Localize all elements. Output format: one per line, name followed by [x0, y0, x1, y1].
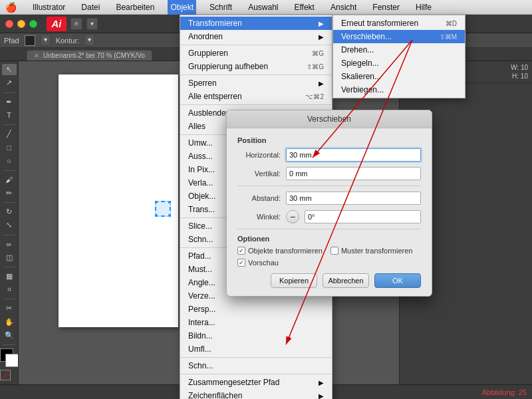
toolbar-menu-icon[interactable]: ≡ [70, 18, 82, 30]
maximize-button[interactable] [29, 20, 37, 28]
menu-item-schn2[interactable]: Schn... [180, 359, 332, 372]
shortcut-label: ⌥⌘2 [305, 93, 324, 100]
menu-item-umfl[interactable]: Umfl... [180, 342, 332, 356]
vertikal-input[interactable] [286, 167, 421, 180]
muster-checkbox[interactable] [331, 247, 338, 255]
tsub-erneut[interactable]: Erneut transformieren ⌘D [333, 17, 465, 30]
menu-auswahl[interactable]: Auswahl [245, 0, 281, 15]
abstand-input[interactable] [286, 192, 421, 205]
tab-close-icon[interactable]: ✕ [34, 53, 39, 59]
graph-tool[interactable]: ▦ [2, 271, 17, 282]
objekte-checkbox-item[interactable]: ✓ Objekte transformieren [237, 247, 323, 255]
tsub-shortcut: ⇧⌘M [440, 33, 457, 41]
menu-item-bildn[interactable]: Bildn... [180, 329, 332, 342]
mesh-tool[interactable]: ⌗ [2, 284, 17, 295]
tsub-verschieben[interactable]: Verschieben... ⇧⌘M [333, 30, 465, 43]
vorschau-checkbox[interactable]: ✓ [237, 259, 245, 267]
type-tool[interactable]: T [2, 110, 17, 121]
winkel-row: Winkel: − [237, 210, 421, 223]
kontur-dropdown[interactable]: ▾ [84, 35, 94, 46]
tsub-drehen[interactable]: Drehen... [333, 43, 465, 57]
pen-tool[interactable]: ✒ [2, 96, 17, 107]
tool-separator-8 [3, 344, 15, 345]
select-tool[interactable]: ↖ [2, 64, 17, 75]
menu-bearbeiten[interactable]: Bearbeiten [113, 0, 157, 15]
shortcut-label: ⌘G [312, 50, 324, 57]
winkel-input[interactable] [305, 210, 421, 223]
menu-item-label: Alles [188, 122, 205, 131]
tool-separator-5 [3, 235, 15, 235]
tsub-verbiegen[interactable]: Verbiegen... [333, 83, 465, 96]
direct-select-tool[interactable]: ↗ [2, 77, 17, 88]
handle-br[interactable] [168, 213, 172, 217]
hand-tool[interactable]: ✋ [2, 316, 17, 327]
menu-item-label: Pfad... [188, 251, 211, 261]
menu-item-transformieren[interactable]: Transformieren ▶ [180, 17, 332, 30]
pencil-tool[interactable]: ✏ [2, 188, 17, 199]
menu-item-anordnen[interactable]: Anordnen ▶ [180, 30, 332, 43]
submenu-arrow-icon: ▶ [319, 80, 324, 87]
menu-item-intera[interactable]: Intera... [180, 316, 332, 329]
vorschau-row[interactable]: ✓ Vorschau [237, 259, 421, 267]
abbrechen-button[interactable]: Abbrechen [323, 273, 369, 288]
tool-separator-7 [3, 299, 15, 299]
menu-hilfe[interactable]: Hilfe [413, 0, 434, 15]
tsub-spiegeln[interactable]: Spiegeln... [333, 57, 465, 70]
horizontal-row: Horizontal: [237, 148, 421, 162]
scale-tool[interactable]: ⤡ [2, 219, 17, 231]
menu-illustrator[interactable]: Illustrator [30, 0, 68, 15]
minimize-button[interactable] [17, 20, 25, 28]
kopieren-button[interactable]: Kopieren [271, 273, 317, 288]
menu-effekt[interactable]: Effekt [291, 0, 317, 15]
muster-checkbox-item[interactable]: Muster transformieren [331, 247, 413, 255]
vertikal-label: Vertikal: [237, 170, 281, 178]
gradient-tool[interactable]: ◫ [2, 252, 17, 263]
rect-tool[interactable]: □ [2, 142, 17, 153]
app-logo: Ai [47, 17, 66, 31]
angle-minus-button[interactable]: − [286, 210, 299, 223]
menu-item-zeichenflaechen[interactable]: Zeichenflächen ▶ [180, 389, 332, 399]
no-fill-icon[interactable] [0, 370, 11, 380]
panel-row-label4: H: 10 [512, 72, 528, 80]
tsub-label: Verschieben... [341, 32, 392, 41]
menu-datei[interactable]: Datei [78, 0, 102, 15]
menu-item-gruppierung-aufheben[interactable]: Gruppierung aufheben ⇧⌘G [180, 60, 332, 73]
document-tab[interactable]: ✕ Unbenannt-2* bei 70 % (CMYK/Vo [27, 50, 152, 61]
horizontal-label: Horizontal: [237, 151, 281, 159]
blend-tool[interactable]: ∞ [2, 238, 17, 249]
dialog-title: Verschieben [307, 114, 351, 124]
shortcut-label: ⇧⌘G [307, 63, 324, 70]
toolbar-dropdown-icon[interactable]: ▾ [86, 18, 98, 30]
menu-schrift[interactable]: Schrift [207, 0, 235, 15]
menu-item-sperren[interactable]: Sperren ▶ [180, 76, 332, 90]
background-swatch[interactable] [5, 354, 19, 367]
fill-dropdown[interactable]: ▾ [41, 35, 51, 46]
scissors-tool[interactable]: ✂ [2, 303, 17, 314]
horizontal-input[interactable] [286, 148, 421, 162]
menu-ansicht[interactable]: Ansicht [328, 0, 359, 15]
transform-submenu[interactable]: Erneut transformieren ⌘D Verschieben... … [332, 15, 466, 98]
menu-item-label: Gruppieren [188, 49, 228, 58]
line-tool[interactable]: ╱ [2, 128, 17, 140]
menu-fenster[interactable]: Fenster [370, 0, 402, 15]
paintbrush-tool[interactable]: 🖌 [2, 174, 17, 186]
zoom-tool[interactable]: 🔍 [2, 330, 17, 341]
menu-item-persp[interactable]: Persp... [180, 303, 332, 316]
ok-button[interactable]: OK [374, 273, 421, 288]
tsub-skalieren[interactable]: Skalieren... [333, 70, 465, 83]
menu-objekt[interactable]: Objekt [168, 0, 196, 15]
handle-tl[interactable] [154, 200, 158, 204]
menu-item-alle-entsperren[interactable]: Alle entsperren ⌥⌘2 [180, 90, 332, 103]
rotate-tool[interactable]: ↻ [2, 206, 17, 217]
menu-item-gruppieren[interactable]: Gruppieren ⌘G [180, 47, 332, 60]
fill-swatch[interactable] [25, 35, 35, 46]
apple-menu[interactable]: 🍎 [5, 2, 17, 13]
menu-separator [180, 374, 332, 374]
handle-tr[interactable] [168, 200, 172, 204]
close-button[interactable] [5, 20, 13, 28]
ellipse-tool[interactable]: ○ [2, 155, 17, 166]
menu-item-zusammengesetzter[interactable]: Zusammengesetzter Pfad ▶ [180, 376, 332, 389]
menu-item-label: In Pix... [188, 165, 215, 174]
objekte-checkbox[interactable]: ✓ [237, 247, 245, 255]
handle-bl[interactable] [154, 213, 158, 217]
